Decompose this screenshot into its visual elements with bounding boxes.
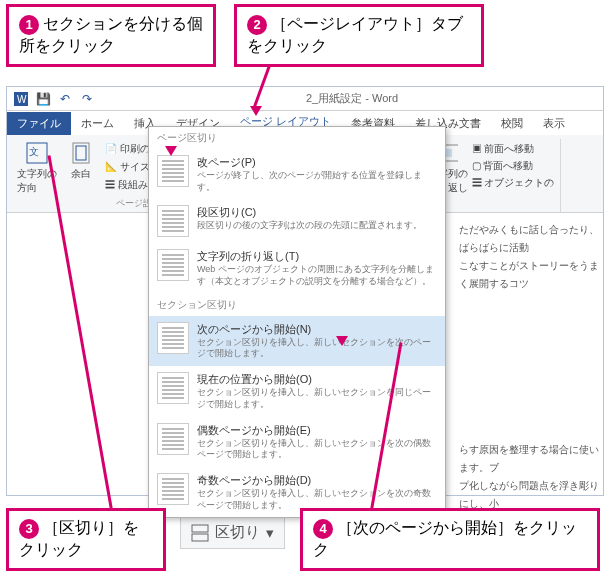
callout-num-1: 1 — [19, 15, 39, 35]
dd-item-even-page[interactable]: 偶数ページから開始(E)セクション区切りを挿入し、新しいセクションを次の偶数ペー… — [149, 417, 445, 467]
callout-4: 4［次のページから開始］をクリック — [300, 508, 600, 571]
breaks-button-sample: 区切り ▾ — [180, 516, 285, 549]
dd-item-page-break[interactable]: 改ページ(P)ページが終了し、次のページが開始する位置を登録します。 — [149, 149, 445, 199]
breaks-sample-icon — [191, 524, 209, 542]
svg-rect-5 — [76, 146, 86, 160]
dd-item-continuous[interactable]: 現在の位置から開始(O)セクション区切りを挿入し、新しいセクションを同じページで… — [149, 366, 445, 416]
chevron-down-icon: ▾ — [266, 524, 274, 542]
margins-label: 余白 — [71, 167, 91, 181]
titlebar: W 💾 ↶ ↷ 2_用紙設定 - Word — [7, 87, 603, 111]
tab-view[interactable]: 表示 — [533, 112, 575, 135]
svg-text:文: 文 — [29, 146, 39, 157]
window-title: 2_用紙設定 - Word — [101, 91, 603, 106]
arrow-head-4 — [336, 336, 348, 346]
column-break-icon — [157, 205, 189, 237]
even-page-icon — [157, 423, 189, 455]
breaks-dropdown: ページ区切り 改ページ(P)ページが終了し、次のページが開始する位置を登録します… — [148, 126, 446, 518]
tab-review[interactable]: 校閲 — [491, 112, 533, 135]
word-icon: W — [13, 91, 29, 107]
arrow-head-2 — [250, 106, 262, 116]
callout-num-2: 2 — [247, 15, 267, 35]
callout-2: 2［ページレイアウト］タブをクリック — [234, 4, 484, 67]
svg-rect-13 — [192, 525, 208, 532]
callout-num-4: 4 — [313, 519, 333, 539]
send-backward-button[interactable]: ▢ 背面へ移動 — [472, 158, 555, 174]
callout-text-1: セクションを分ける個所をクリック — [19, 15, 203, 54]
dd-item-column-break[interactable]: 段区切り(C)段区切りの後の文字列は次の段の先頭に配置されます。 — [149, 199, 445, 243]
quick-access-toolbar: W 💾 ↶ ↷ — [7, 91, 101, 107]
document-text-1: ただやみくもに話し合ったり、ばらばらに活動 こなすことがストーリーをうまく展開す… — [455, 217, 603, 297]
redo-icon[interactable]: ↷ — [79, 91, 95, 107]
svg-rect-14 — [192, 534, 208, 541]
undo-icon[interactable]: ↶ — [57, 91, 73, 107]
dd-item-next-page[interactable]: 次のページから開始(N)セクション区切りを挿入し、新しいセクションを次のページで… — [149, 316, 445, 366]
page-break-icon — [157, 155, 189, 187]
callout-text-4: ［次のページから開始］をクリック — [313, 519, 577, 558]
callout-3: 3［区切り］をクリック — [6, 508, 166, 571]
continuous-icon — [157, 372, 189, 404]
dd-item-text-wrapping[interactable]: 文字列の折り返し(T)Web ページのオブジェクトの周囲にある文字列を分離します… — [149, 243, 445, 293]
callout-num-3: 3 — [19, 519, 39, 539]
next-page-icon — [157, 322, 189, 354]
tab-file[interactable]: ファイル — [7, 112, 71, 135]
dd-section-page-breaks: ページ区切り — [149, 127, 445, 149]
save-icon[interactable]: 💾 — [35, 91, 51, 107]
callout-1: 1セクションを分ける個所をクリック — [6, 4, 216, 67]
odd-page-icon — [157, 473, 189, 505]
breaks-sample-label: 区切り — [215, 523, 260, 542]
dd-section-section-breaks: セクション区切り — [149, 294, 445, 316]
svg-text:W: W — [17, 94, 27, 105]
selection-pane-button[interactable]: ☰ オブジェクトの — [472, 175, 555, 191]
tab-home[interactable]: ホーム — [71, 112, 124, 135]
text-wrapping-icon — [157, 249, 189, 281]
callout-text-2: ［ページレイアウト］タブをクリック — [247, 15, 463, 54]
arrow-head-3 — [165, 146, 177, 156]
margins-button[interactable]: 余白 — [61, 141, 101, 195]
bring-forward-button[interactable]: ▣ 前面へ移動 — [472, 141, 555, 157]
